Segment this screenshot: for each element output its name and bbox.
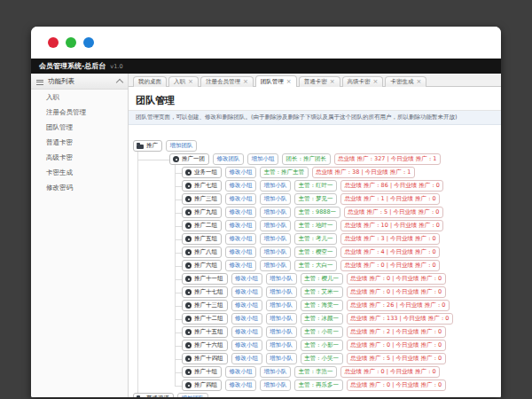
close-window-icon[interactable] — [48, 37, 59, 48]
action-button[interactable]: 增加小队 — [266, 286, 297, 298]
action-button[interactable]: 增加小队 — [266, 273, 297, 285]
minimize-window-icon[interactable] — [66, 37, 76, 48]
sidebar-item-6[interactable]: 修改密码 — [31, 180, 128, 195]
action-button[interactable]: 增加小队 — [260, 366, 291, 378]
tree-node-row: 推广十三组修改小组增加小队主管：海棠一总业绩 推广：26 | 今日业绩 推广：0 — [129, 299, 501, 312]
tree-node[interactable]: 推广四组 — [182, 379, 222, 391]
tree-node[interactable]: 推广 — [133, 140, 162, 152]
action-button[interactable]: 修改小组 — [225, 220, 256, 231]
action-button[interactable]: 修改小组 — [225, 366, 256, 378]
action-button[interactable]: 增加团队 — [177, 393, 208, 397]
action-button[interactable]: 修改小组 — [231, 313, 262, 325]
tab-label: 卡密生成 — [390, 78, 413, 86]
action-button[interactable]: 修改小组 — [225, 207, 256, 218]
action-button[interactable]: 修改小组 — [225, 246, 256, 258]
sidebar-header[interactable]: 功能列表 — [31, 74, 128, 90]
action-button[interactable]: 增加小组 — [247, 153, 278, 165]
action-button[interactable]: 修改小组 — [225, 180, 256, 192]
action-button[interactable]: 修改小组 — [231, 326, 262, 338]
tab-5[interactable]: 高级卡密× — [342, 76, 384, 87]
sidebar-item-4[interactable]: 高级卡密 — [31, 150, 128, 165]
action-button[interactable]: 增加小队 — [260, 260, 291, 271]
action-button[interactable]: 增加团队 — [166, 140, 197, 152]
tree-node-label: 推广十五组 — [194, 328, 223, 336]
maximize-window-icon[interactable] — [83, 37, 94, 48]
tab-2[interactable]: 注册会员管理× — [200, 76, 254, 87]
close-icon[interactable]: × — [243, 79, 248, 85]
sidebar-item-5[interactable]: 卡密生成 — [31, 165, 128, 180]
action-button[interactable]: 增加小队 — [260, 180, 291, 192]
tree-node-row: 推广四组修改小组增加小队主管：再乐多一总业绩 推广：0 | 今日业绩 推广：0 — [129, 379, 501, 392]
tree-node[interactable]: 推广十五组 — [182, 326, 228, 338]
tree-node[interactable]: 推广十组 — [182, 366, 222, 378]
action-button[interactable]: 增加小队 — [260, 207, 291, 218]
chevron-up-icon[interactable] — [116, 78, 123, 85]
action-button[interactable]: 增加小队 — [266, 340, 297, 351]
tree-node[interactable]: 推广三组 — [182, 193, 222, 205]
close-icon[interactable]: × — [330, 79, 335, 85]
action-button[interactable]: 增加小队 — [266, 353, 297, 364]
tree-node[interactable]: 推广十二组 — [182, 313, 228, 325]
tree-node[interactable]: 推广十六组 — [182, 340, 228, 351]
tree-node[interactable]: 推广十一组 — [182, 273, 228, 285]
tree-node[interactable]: 推广二组 — [182, 220, 222, 231]
action-button[interactable]: 增加小队 — [266, 313, 297, 325]
tab-6[interactable]: 卡密生成× — [385, 76, 426, 87]
action-button[interactable]: 增加小队 — [260, 220, 291, 231]
action-button[interactable]: 修改小组 — [225, 193, 256, 205]
action-button[interactable]: 修改小组 — [231, 286, 262, 298]
action-button[interactable]: 增加小队 — [266, 300, 297, 311]
close-icon[interactable]: × — [286, 79, 292, 85]
folder-icon — [137, 145, 144, 149]
tree-node[interactable]: 推广十三组 — [182, 300, 228, 311]
action-button[interactable]: 增加小队 — [266, 326, 297, 338]
tree-node-row: 推广三组修改小组增加小队主管：梦见一总业绩 推广：1 | 今日业绩 推广：0 — [129, 192, 501, 206]
action-button[interactable]: 增加小队 — [260, 193, 291, 205]
gear-icon — [185, 316, 192, 322]
tree-node[interactable]: 推广八组 — [182, 246, 222, 258]
tree-node-label: 推广七组 — [194, 182, 217, 190]
tab-4[interactable]: 普通卡密× — [299, 76, 340, 87]
tree-node[interactable]: 业务一组 — [182, 167, 222, 178]
close-icon[interactable]: × — [373, 79, 379, 85]
action-button[interactable]: 修改小组 — [231, 300, 262, 311]
tree-node[interactable]: 推广十四组 — [182, 353, 228, 364]
traffic-lights — [48, 37, 94, 48]
tree-node[interactable]: 推广一团 — [169, 153, 209, 165]
tree-node[interactable]: 推广六组 — [182, 260, 222, 271]
action-button[interactable]: 修改小组 — [225, 167, 256, 178]
sidebar-item-1[interactable]: 注册会员管理 — [31, 105, 128, 120]
role-label: 主管：考儿一 — [294, 233, 337, 245]
sidebar-item-0[interactable]: 入职 — [31, 90, 128, 105]
action-button[interactable]: 修改小组 — [225, 379, 256, 391]
close-icon[interactable]: × — [416, 79, 421, 85]
action-button[interactable]: 修改小组 — [225, 260, 256, 271]
tree-node-row: 推广十五组修改小组增加小队主管：小司一总业绩 推广：2 | 今日业绩 推广：0 — [129, 325, 501, 339]
tree-node[interactable]: 普通渠道 — [133, 393, 174, 397]
tree-node[interactable]: 推广七组 — [182, 180, 222, 192]
sidebar-items: 入职注册会员管理团队管理普通卡密高级卡密卡密生成修改密码 — [31, 90, 128, 195]
action-button[interactable]: 增加小队 — [260, 246, 291, 258]
tab-1[interactable]: 入职× — [168, 76, 199, 87]
action-button[interactable]: 增加小队 — [260, 379, 291, 391]
tree-node-label: 推广十四组 — [194, 355, 223, 363]
action-button[interactable]: 修改团队 — [213, 153, 244, 165]
sidebar-item-3[interactable]: 普通卡密 — [31, 135, 128, 150]
tree-node-row: 普通渠道增加团队 — [129, 392, 501, 397]
action-button[interactable]: 修改小组 — [231, 340, 262, 351]
gear-icon — [185, 302, 192, 309]
tree-node[interactable]: 推广五组 — [182, 233, 222, 245]
tab-0[interactable]: 我的桌面 — [133, 76, 167, 87]
role-label: 团长：推广团长 — [282, 153, 331, 165]
tree-node[interactable]: 推广九组 — [182, 207, 222, 218]
tab-3[interactable]: 团队管理× — [255, 75, 297, 87]
sidebar-item-2[interactable]: 团队管理 — [31, 120, 128, 135]
tree-node-label: 推广十组 — [194, 368, 217, 376]
tree-node-row: 推广八组修改小组增加小队主管：樱空一总业绩 推广：4 | 今日业绩 推广：0 — [129, 246, 501, 259]
tree-node[interactable]: 推广十七组 — [182, 286, 228, 298]
action-button[interactable]: 修改小组 — [231, 273, 262, 285]
action-button[interactable]: 修改小组 — [225, 233, 256, 245]
action-button[interactable]: 增加小队 — [260, 233, 291, 245]
close-icon[interactable]: × — [188, 79, 193, 85]
action-button[interactable]: 修改小组 — [231, 353, 262, 364]
